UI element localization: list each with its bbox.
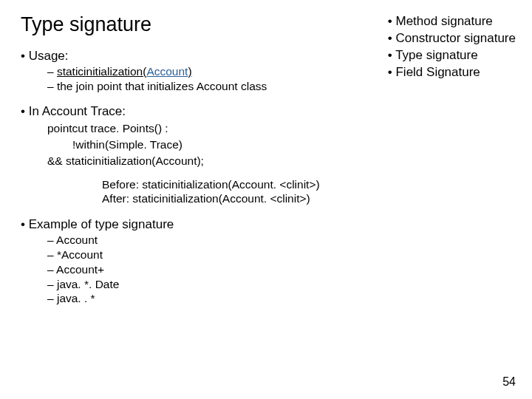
signature-type-list: Method signature Constructor signature T… (388, 13, 516, 81)
usage-text-post: ) (188, 65, 191, 78)
example-item: Account (47, 233, 516, 248)
example-item: java. . * (47, 291, 516, 306)
list-item: Method signature (388, 13, 516, 30)
code-line: pointcut trace. Points() : (47, 121, 516, 136)
usage-text-pre: staticinitialization( (57, 65, 146, 78)
example-item: *Account (47, 248, 516, 262)
list-item: Constructor signature (388, 30, 516, 47)
main-content: Usage: staticinitialization(Account) the… (21, 48, 516, 306)
code-line: !within(Simple. Trace) (72, 137, 516, 152)
list-item: Field Signature (388, 64, 516, 81)
page-number: 54 (502, 375, 516, 389)
before-line: Before: staticinitialization(Account. <c… (102, 177, 516, 192)
before-after-block: Before: staticinitialization(Account. <c… (102, 177, 516, 207)
code-line: && staticinitialization(Account); (47, 154, 516, 168)
example-heading: Example of type signature (21, 216, 516, 233)
account-link[interactable]: Account (146, 65, 188, 78)
example-item: java. *. Date (47, 277, 516, 292)
after-line: After: staticinitialization(Account. <cl… (102, 191, 516, 206)
example-item: Account+ (47, 262, 516, 277)
trace-heading: In Account Trace: (21, 103, 516, 120)
list-item: Type signature (388, 47, 516, 64)
